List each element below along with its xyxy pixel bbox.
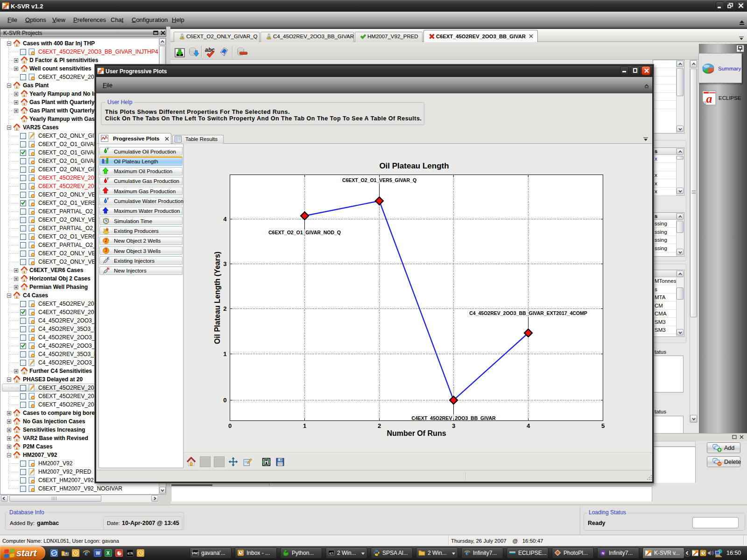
svg-text:C4EXT_45O2REV_2OO3_BB_GIVAR: C4EXT_45O2REV_2OO3_BB_GIVAR <box>411 415 496 421</box>
svg-text:4: 4 <box>527 422 530 429</box>
svg-text:Number Of Runs: Number Of Runs <box>387 429 446 437</box>
svg-text:N: N <box>107 266 109 271</box>
svg-text:N: N <box>602 552 604 555</box>
svg-text:4: 4 <box>223 216 227 223</box>
svg-text:C6EXT_O2_O1_GIVAR_NOD_Q: C6EXT_O2_O1_GIVAR_NOD_Q <box>268 230 341 235</box>
svg-text:T: T <box>106 177 109 181</box>
svg-text:T: T <box>106 147 109 151</box>
svg-text:c:\: c:\ <box>329 552 333 555</box>
svg-text:e: e <box>465 549 468 556</box>
svg-text:2: 2 <box>378 422 381 429</box>
svg-text:0: 0 <box>228 422 232 429</box>
svg-text:VNC: VNC <box>192 552 199 555</box>
svg-text:1: 1 <box>223 350 226 357</box>
svg-text:1: 1 <box>303 422 306 429</box>
svg-text:5: 5 <box>601 422 605 429</box>
svg-text:0: 0 <box>223 397 226 404</box>
svg-text:C6EXT_O2_O1_VER5_GIVAR_Q: C6EXT_O2_O1_VER5_GIVAR_Q <box>342 177 416 183</box>
svg-text:3: 3 <box>223 260 226 267</box>
svg-text:Oil Plateau Length: Oil Plateau Length <box>379 161 449 170</box>
svg-text:e: e <box>85 549 88 557</box>
svg-text:3: 3 <box>452 422 455 429</box>
svg-text:Oil Plateau Length (Years): Oil Plateau Length (Years) <box>213 252 221 344</box>
svg-text:2: 2 <box>223 305 226 312</box>
svg-text:T: T <box>106 197 109 201</box>
svg-text:C4_45O2REV_2OO3_BB_GIVAR_EXT20: C4_45O2REV_2OO3_BB_GIVAR_EXT2017_4COMP <box>469 310 587 316</box>
svg-text:O: O <box>107 256 109 260</box>
